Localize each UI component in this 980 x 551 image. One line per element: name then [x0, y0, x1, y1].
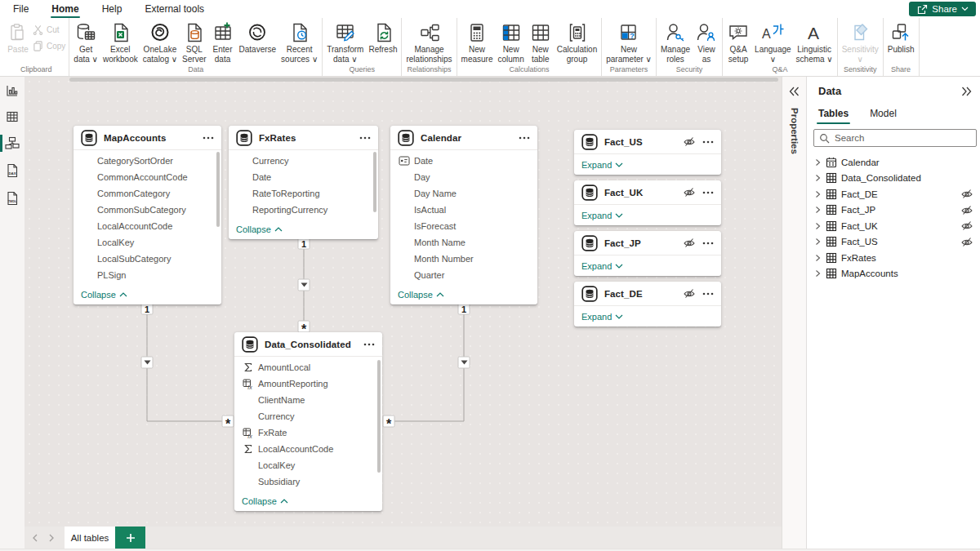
ribbon-button[interactable]: Q&Asetup — [724, 20, 752, 64]
card-footer-toggle[interactable]: Collapse — [229, 219, 378, 239]
table-list-item[interactable]: Calendar — [807, 154, 980, 171]
add-layout-button[interactable] — [115, 527, 145, 549]
ellipsis-icon[interactable] — [359, 136, 371, 140]
relationship-arrow-marker[interactable] — [141, 357, 154, 369]
ribbon-button[interactable]: A Language∨ — [752, 20, 794, 64]
ribbon-button[interactable]: Dataverse — [237, 20, 279, 55]
double-chevron-right-icon[interactable] — [961, 87, 972, 96]
table-card[interactable]: MapAccounts CategorySortOrder — [74, 126, 221, 304]
ribbon-button[interactable]: Enterdata — [209, 20, 237, 64]
card-footer-toggle[interactable]: Collapse — [390, 284, 537, 304]
card-footer-toggle[interactable]: Expand — [574, 306, 721, 327]
table-card[interactable]: Fact_JP Expand — [574, 231, 721, 276]
field-row[interactable]: Quarter — [390, 267, 537, 283]
relationship-line[interactable] — [147, 304, 234, 421]
table-list-item[interactable]: Fact_UK — [807, 218, 980, 234]
table-list-item[interactable]: MapAccounts — [807, 266, 980, 282]
ribbon-button[interactable]: Newtable — [527, 20, 555, 64]
table-card[interactable]: FxRates Currency — [229, 126, 378, 239]
card-footer-toggle[interactable]: Collapse — [234, 491, 382, 511]
table-card-header[interactable]: MapAccounts — [74, 126, 221, 150]
paste-button[interactable]: Paste — [5, 20, 31, 55]
card-footer-toggle[interactable]: Expand — [574, 154, 721, 175]
field-row[interactable]: IsForecast — [390, 218, 537, 234]
ribbon-button[interactable]: ? Newparameter ∨ — [604, 20, 654, 64]
double-chevron-left-icon[interactable] — [789, 87, 800, 96]
share-button[interactable]: Share — [909, 2, 976, 16]
field-row[interactable]: Month Name — [390, 234, 537, 251]
nav-left-icon[interactable] — [32, 534, 38, 542]
table-card[interactable]: Fact_UK Expand — [574, 180, 721, 225]
view-rail-item[interactable]: TMDL — [0, 189, 24, 207]
table-card-header[interactable]: Fact_US — [574, 130, 721, 154]
field-row[interactable]: Currency — [229, 153, 378, 169]
menu-tab[interactable]: External tools — [133, 0, 216, 18]
card-footer-toggle[interactable]: Collapse — [74, 284, 221, 304]
card-footer-toggle[interactable]: Expand — [574, 256, 721, 276]
field-row[interactable]: CommonSubCategory — [74, 202, 221, 218]
data-pane-tab[interactable]: Tables — [818, 108, 849, 124]
model-canvas[interactable]: 1 * 1 * 1 * MapAccounts — [24, 77, 782, 549]
field-row[interactable]: Date — [229, 169, 378, 185]
ribbon-button[interactable]: Newcolumn — [496, 20, 527, 64]
card-footer-toggle[interactable]: Expand — [574, 205, 721, 225]
ribbon-button[interactable]: Sensitivity∨ — [840, 20, 881, 64]
field-row[interactable]: LocalSubCategory — [74, 251, 221, 267]
field-row[interactable]: LocalKey — [74, 234, 221, 251]
table-card-header[interactable]: Fact_DE — [574, 282, 721, 306]
ribbon-button[interactable]: Managerelationships — [403, 20, 454, 64]
copy-button[interactable]: Copy — [33, 41, 65, 51]
ribbon-button[interactable]: Transformdata ∨ — [324, 20, 366, 64]
relationship-arrow-marker[interactable] — [298, 279, 310, 291]
all-tables-tab[interactable]: All tables — [65, 527, 115, 549]
table-list-item[interactable]: Fact_JP — [807, 202, 980, 219]
ellipsis-icon[interactable] — [519, 136, 530, 140]
table-card-header[interactable]: Fact_UK — [574, 180, 721, 205]
nav-right-icon[interactable] — [48, 534, 55, 542]
field-row[interactable]: Date — [390, 153, 537, 169]
field-row[interactable]: Day — [390, 169, 537, 185]
ribbon-button[interactable]: Getdata ∨ — [71, 20, 100, 64]
ribbon-button[interactable]: Calculationgroup — [555, 20, 599, 64]
field-row[interactable]: Month Number — [390, 251, 537, 267]
ellipsis-icon[interactable] — [203, 136, 214, 140]
ribbon-button[interactable]: Publish — [885, 20, 917, 55]
card-scrollbar[interactable] — [373, 152, 376, 212]
table-list-item[interactable]: Data_Consolidated — [807, 171, 980, 187]
field-row[interactable]: CommonCategory — [74, 185, 221, 202]
table-list-item[interactable]: Fact_DE — [807, 186, 980, 202]
field-row[interactable]: LocalKey — [234, 457, 382, 473]
menu-tab[interactable]: Home — [40, 0, 90, 18]
table-list-item[interactable]: FxRates — [807, 250, 980, 266]
field-row[interactable]: AmountLocal — [234, 359, 382, 375]
field-row[interactable]: Day Name — [390, 185, 537, 202]
view-rail-item[interactable] — [0, 82, 24, 99]
ellipsis-icon[interactable] — [702, 191, 714, 194]
field-row[interactable]: Currency — [234, 408, 382, 424]
relationship-line[interactable] — [384, 304, 464, 421]
view-rail-item[interactable] — [0, 135, 24, 152]
card-scrollbar[interactable] — [377, 360, 381, 473]
field-row[interactable]: PLSign — [74, 267, 221, 283]
card-scrollbar[interactable] — [216, 152, 220, 227]
ribbon-button[interactable]: Manageroles — [658, 20, 693, 64]
table-card-header[interactable]: Fact_JP — [574, 231, 721, 256]
ellipsis-icon[interactable] — [363, 343, 375, 346]
ribbon-button[interactable]: Viewas — [693, 20, 720, 64]
field-row[interactable]: IsActual — [390, 202, 537, 218]
field-row[interactable]: RateToReporting — [229, 185, 378, 202]
table-card[interactable]: Calendar Date D — [390, 126, 537, 304]
view-rail-item[interactable] — [0, 109, 24, 125]
ribbon-button[interactable]: SQLServer — [180, 20, 208, 64]
field-row[interactable]: CommonAccountCode — [74, 169, 221, 185]
field-row[interactable]: CategorySortOrder — [74, 153, 221, 169]
table-card-header[interactable]: Calendar — [390, 126, 537, 150]
ribbon-button[interactable]: Recentsources ∨ — [278, 20, 320, 64]
search-box[interactable] — [813, 129, 977, 147]
ribbon-button[interactable]: Refresh — [366, 20, 399, 55]
ellipsis-icon[interactable] — [702, 292, 714, 295]
cut-button[interactable]: Cut — [33, 24, 65, 35]
ellipsis-icon[interactable] — [702, 242, 714, 245]
menu-tab[interactable]: File — [2, 0, 40, 18]
data-pane-tab[interactable]: Model — [870, 108, 897, 124]
